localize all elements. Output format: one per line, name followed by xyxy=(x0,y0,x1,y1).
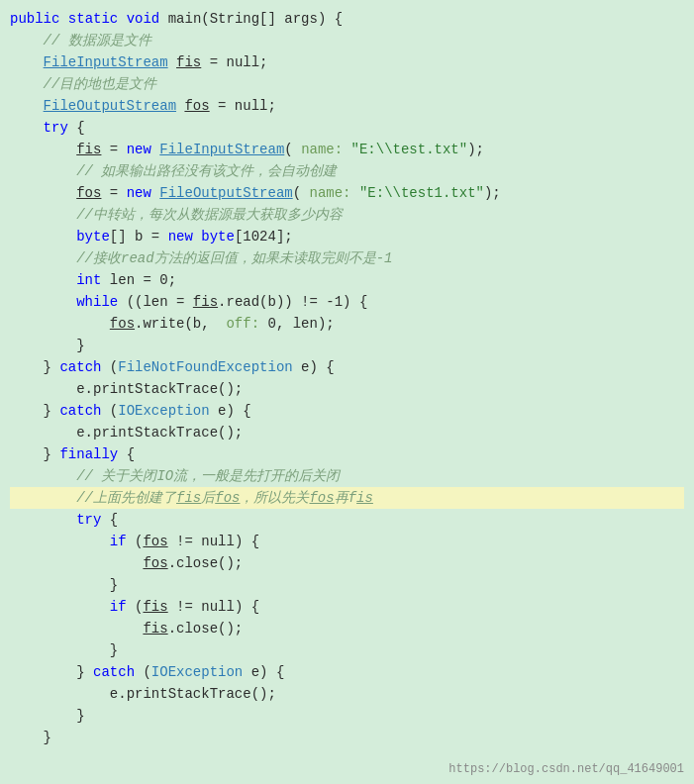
code-line-11: byte[] b = new byte[1024]; xyxy=(10,226,684,247)
code-line-15: fos.write(b, off: 0, len); xyxy=(10,313,684,335)
code-line-21: } finally { xyxy=(10,443,684,465)
code-line-1: public static void main(String[] args) { xyxy=(10,8,684,30)
code-line-34: } xyxy=(10,727,684,748)
code-line-16: } xyxy=(10,335,684,356)
code-line-27: } xyxy=(10,574,684,596)
code-container: public static void main(String[] args) {… xyxy=(0,0,694,784)
watermark-url: https://blog.csdn.net/qq_41649001 xyxy=(448,762,684,776)
code-line-19: } catch (IOException e) { xyxy=(10,400,684,422)
code-line-32: e.printStackTrace(); xyxy=(10,683,684,705)
code-line-24: try { xyxy=(10,509,684,531)
code-line-9: fos = new FileOutputStream( name: "E:\\t… xyxy=(10,182,684,204)
code-line-20: e.printStackTrace(); xyxy=(10,422,684,443)
code-line-31: } catch (IOException e) { xyxy=(10,661,684,683)
code-line-8: // 如果输出路径没有该文件，会自动创建 xyxy=(10,160,684,182)
code-line-3: FileInputStream fis = null; xyxy=(10,51,684,73)
code-line-22: // 关于关闭IO流，一般是先打开的后关闭 xyxy=(10,465,684,487)
code-line-25: if (fos != null) { xyxy=(10,531,684,552)
code-line-2: // 数据源是文件 xyxy=(10,30,684,51)
code-line-17: } catch (FileNotFoundException e) { xyxy=(10,356,684,378)
code-line-29: fis.close(); xyxy=(10,618,684,639)
code-line-7: fis = new FileInputStream( name: "E:\\te… xyxy=(10,139,684,160)
code-line-30: } xyxy=(10,639,684,661)
code-line-10: //中转站，每次从数据源最大获取多少内容 xyxy=(10,204,684,226)
code-line-13: int len = 0; xyxy=(10,269,684,291)
code-line-4: //目的地也是文件 xyxy=(10,73,684,95)
code-line-5: FileOutputStream fos = null; xyxy=(10,95,684,117)
code-line-6: try { xyxy=(10,117,684,139)
code-line-28: if (fis != null) { xyxy=(10,596,684,618)
code-line-26: fos.close(); xyxy=(10,552,684,574)
code-line-18: e.printStackTrace(); xyxy=(10,378,684,400)
code-line-33: } xyxy=(10,705,684,727)
code-line-14: while ((len = fis.read(b)) != -1) { xyxy=(10,291,684,313)
code-line-23-highlighted: //上面先创建了fis后fos，所以先关fos再fis xyxy=(10,487,684,509)
code-line-12: //接收read方法的返回值，如果未读取完则不是-1 xyxy=(10,247,684,269)
